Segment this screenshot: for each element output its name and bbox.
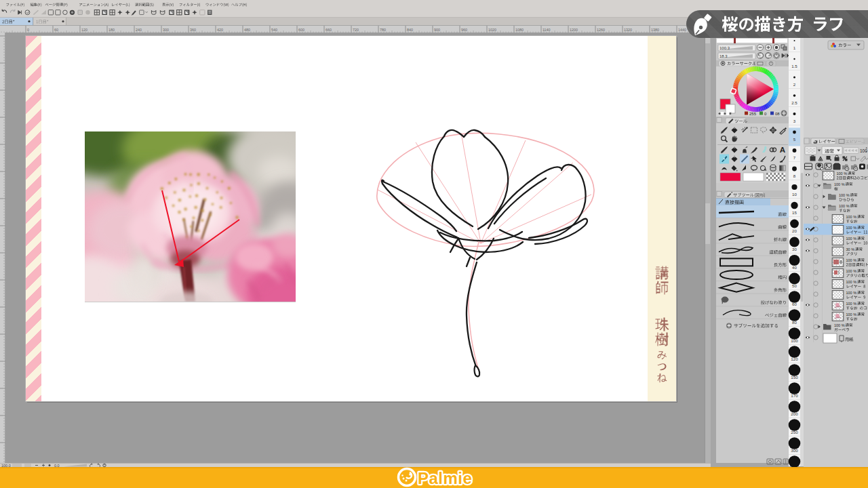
svg-text:480: 480 xyxy=(244,28,250,32)
svg-text:600: 600 xyxy=(298,28,304,32)
svg-text:100 %: 100 % xyxy=(846,237,857,241)
svg-text:100 %: 100 % xyxy=(846,226,857,230)
svg-text:660: 660 xyxy=(326,28,332,32)
svg-text:100 %: 100 % xyxy=(846,280,857,284)
svg-text:900: 900 xyxy=(434,28,440,32)
svg-text:100: 100 xyxy=(860,148,867,153)
svg-text:780: 780 xyxy=(380,28,386,32)
svg-text:420: 420 xyxy=(217,28,223,32)
svg-text:30: 30 xyxy=(792,247,797,251)
svg-text:15: 15 xyxy=(792,210,797,215)
svg-text:80: 80 xyxy=(792,320,797,325)
svg-text:100 %: 100 % xyxy=(846,302,857,306)
svg-text:100 %: 100 % xyxy=(846,215,857,219)
svg-text:1: 1 xyxy=(793,45,796,50)
svg-text:1080: 1080 xyxy=(515,28,524,32)
svg-text:1440: 1440 xyxy=(678,28,686,32)
svg-text:20: 20 xyxy=(792,228,797,233)
svg-text:100 %: 100 % xyxy=(846,291,857,295)
svg-text:100 %: 100 % xyxy=(834,182,845,186)
svg-text:A: A xyxy=(780,146,785,154)
svg-text:1.5: 1.5 xyxy=(791,64,797,68)
svg-text:100 %: 100 % xyxy=(846,258,857,262)
svg-text:180: 180 xyxy=(108,28,115,32)
svg-text:30 %: 30 % xyxy=(846,247,855,251)
svg-text:2.5: 2.5 xyxy=(791,100,797,105)
svg-text:Palmie: Palmie xyxy=(418,469,472,487)
svg-text:1140: 1140 xyxy=(542,28,551,32)
svg-text:120: 120 xyxy=(791,357,798,361)
svg-text:1020: 1020 xyxy=(488,28,496,32)
svg-text:100 %: 100 % xyxy=(846,312,857,317)
svg-text:7: 7 xyxy=(793,155,796,160)
svg-text:100.3: 100.3 xyxy=(719,46,730,50)
svg-text:720: 720 xyxy=(353,28,359,32)
svg-text:250: 250 xyxy=(791,430,798,434)
svg-text:40: 40 xyxy=(792,265,797,270)
svg-text:100 %: 100 % xyxy=(846,269,857,273)
svg-text:100 %: 100 % xyxy=(834,323,845,327)
svg-text:200: 200 xyxy=(791,411,798,416)
svg-text:5: 5 xyxy=(793,137,796,142)
svg-text:1320: 1320 xyxy=(624,28,632,32)
svg-text:60: 60 xyxy=(54,28,58,32)
svg-text:60: 60 xyxy=(792,302,797,306)
svg-text:10: 10 xyxy=(792,192,797,197)
svg-text:300: 300 xyxy=(791,448,798,453)
svg-text:0: 0 xyxy=(27,28,29,32)
svg-text:8: 8 xyxy=(793,174,796,178)
svg-text:120: 120 xyxy=(81,28,87,32)
svg-text:1200: 1200 xyxy=(570,28,578,32)
svg-text:100 %: 100 % xyxy=(839,204,850,208)
svg-text:255: 255 xyxy=(749,112,757,116)
svg-text:18.3: 18.3 xyxy=(719,54,728,58)
svg-text:360: 360 xyxy=(190,28,196,32)
svg-text:100 %: 100 % xyxy=(839,193,850,197)
svg-text:540: 540 xyxy=(271,28,277,32)
svg-text:08: 08 xyxy=(775,112,780,116)
svg-text:240: 240 xyxy=(136,28,142,32)
svg-text:150: 150 xyxy=(791,375,798,380)
svg-text:3: 3 xyxy=(793,119,796,123)
svg-text:300: 300 xyxy=(163,28,169,32)
svg-text:100: 100 xyxy=(791,338,798,343)
svg-text:170: 170 xyxy=(791,393,798,398)
svg-text:840: 840 xyxy=(407,28,413,32)
svg-text:100 %: 100 % xyxy=(837,171,848,176)
svg-text:1380: 1380 xyxy=(651,28,659,32)
svg-text:2: 2 xyxy=(793,82,796,87)
svg-text:1260: 1260 xyxy=(597,28,605,32)
svg-text:960: 960 xyxy=(461,28,467,32)
svg-text:50: 50 xyxy=(792,283,797,288)
